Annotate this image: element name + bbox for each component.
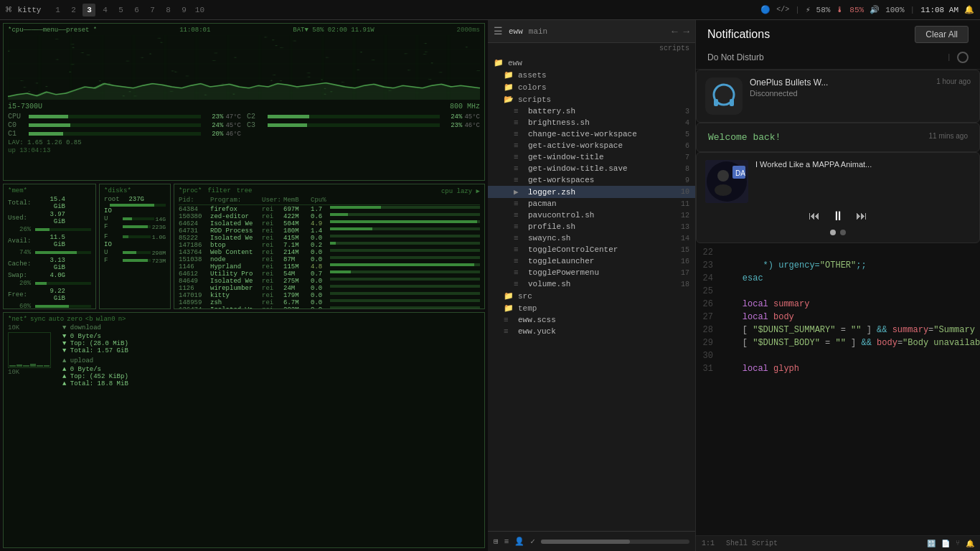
tree-item[interactable]: ≡togglePowermenu17	[488, 267, 695, 278]
tree-item[interactable]: ≡battery.sh3	[488, 105, 695, 117]
tree-item-label: swaync.sh	[528, 234, 570, 242]
tree-item[interactable]: 📁eww	[488, 57, 695, 69]
bottom-icon-check[interactable]: ✓	[530, 537, 535, 546]
file-icon: ≡	[514, 245, 524, 254]
proc-row[interactable]: 64384firefoxrei697M1.7	[179, 206, 480, 213]
tree-item[interactable]: ≡change-active-workspace5	[488, 128, 695, 140]
tree-item[interactable]: ▶logger.zsh10	[488, 186, 695, 198]
code-content: 2223 *) urgency="OTHER";;24 esac2526 loc…	[696, 243, 980, 535]
bottom-icon-user[interactable]: 👤	[514, 537, 524, 546]
tree-item[interactable]: 📁colors	[488, 81, 695, 93]
tree-item[interactable]: ≡get-workspaces9	[488, 174, 695, 186]
line-num: 6	[675, 142, 689, 150]
music-prev-button[interactable]: ⏮	[809, 209, 820, 223]
proc-row[interactable]: 136474Isolated Werei202M0.0	[179, 306, 480, 309]
cpu-timestamp: 11:08:01	[179, 27, 210, 34]
line-number: 27	[696, 311, 719, 324]
tree-item[interactable]: ≡brightness.sh4	[488, 117, 695, 128]
proc-row[interactable]: 148959zshrei6.7M0.0	[179, 299, 480, 306]
tree-item[interactable]: ≡profile.sh13	[488, 221, 695, 232]
filemgr-path-bar	[541, 540, 689, 544]
net-graph-area: 10K 10K	[8, 324, 51, 387]
bottom-icon-grid[interactable]: ⊞	[494, 537, 499, 546]
tree-item[interactable]: ≡swaync.sh14	[488, 232, 695, 244]
proc-row[interactable]: 64612Utility Prorei54M0.7	[179, 270, 480, 278]
tree-item[interactable]: ≡get-window-title.save8	[488, 163, 695, 174]
tree-item[interactable]: ≡eww.scss	[488, 314, 695, 326]
dnd-toggle[interactable]	[957, 52, 969, 63]
bell-icon: 🔔	[964, 5, 974, 14]
code-line: 24 esac	[696, 272, 980, 285]
filemgr-bottom: ⊞ ≡ 👤 ✓	[488, 531, 695, 551]
file-icon: ≡	[514, 164, 524, 173]
tree-item-label: brightness.sh	[528, 118, 590, 127]
scripts-column-label: scripts	[488, 43, 695, 54]
notif-title-row-headphone: OnePlus Bullets W... 1 hour ago	[750, 77, 971, 88]
tree-item[interactable]: 📁assets	[488, 69, 695, 81]
tree-item[interactable]: ≡pacman11	[488, 198, 695, 209]
music-art-svg: DA	[705, 160, 748, 203]
proc-row[interactable]: 1126wireplumberrei24M0.0	[179, 285, 480, 292]
proc-row[interactable]: 64624Isolated Werei504M4.9	[179, 220, 480, 227]
proc-row[interactable]: 85222Isolated Werei415M0.0	[179, 235, 480, 242]
proc-row[interactable]: 143764Web Contentrei214M0.0	[179, 249, 480, 256]
proc-row[interactable]: 1146Hyprlandrei115M4.8	[179, 263, 480, 270]
tree-item[interactable]: ≡volume.sh18	[488, 278, 695, 290]
line-number: 31	[696, 362, 719, 375]
proc-table-header: Pid: Program: User: MemB Cpu%	[179, 197, 480, 205]
proc-row[interactable]: 84649Isolated Werei275M0.0	[179, 278, 480, 285]
tab-10[interactable]: 10	[193, 4, 206, 17]
tree-item[interactable]: ≡eww.yuck	[488, 326, 695, 337]
tree-item[interactable]: 📁temp	[488, 302, 695, 314]
git-icon: ⑂	[956, 540, 960, 548]
nav-forward[interactable]: →	[684, 26, 689, 37]
tree-item-label: eww.yuck	[518, 327, 556, 336]
tree-item[interactable]: 📂scripts	[488, 93, 695, 105]
net-graph	[8, 332, 51, 368]
cpu-uptime: up 13:04:13	[8, 147, 480, 154]
progress-dot-2	[840, 230, 846, 235]
cpu-info-grid: CPU 23% 47°C C2 24% 45°C C0 24% 45°C	[8, 113, 480, 138]
proc-row[interactable]: 147186btoprei7.1M0.2	[179, 242, 480, 249]
tab-1[interactable]: 1	[51, 4, 64, 17]
bottom-icon-list[interactable]: ≡	[504, 537, 509, 546]
proc-row[interactable]: 147019kittyrei179M0.0	[179, 292, 480, 299]
tree-item[interactable]: 📁src	[488, 290, 695, 302]
file-icon: ≡	[514, 130, 524, 138]
tree-item[interactable]: ≡pavucontrol.sh12	[488, 209, 695, 221]
cpu-model-row: i5-7300U 800 MHz	[8, 103, 480, 110]
music-play-button[interactable]: ⏸	[831, 209, 844, 224]
proc-header-label: *proc* filter tree cpu lazy ▶	[179, 187, 480, 195]
tab-6[interactable]: 6	[130, 4, 143, 17]
music-next-button[interactable]: ⏭	[856, 209, 867, 223]
cpu-visual	[8, 35, 480, 100]
filemgr-tree[interactable]: 📁eww📁assets📁colors📂scripts≡battery.sh3≡b…	[488, 54, 695, 531]
tree-item[interactable]: ≡get-window-title7	[488, 151, 695, 163]
tree-item[interactable]: ≡toggleLauncher16	[488, 255, 695, 267]
tree-item[interactable]: ≡toggleControlCenter15	[488, 244, 695, 255]
tab-8[interactable]: 8	[161, 4, 174, 17]
tab-4[interactable]: 4	[98, 4, 111, 17]
right-panel: Notifications Clear All Do Not Disturb |	[696, 20, 980, 551]
notifications-section: Notifications Clear All Do Not Disturb |	[696, 20, 980, 243]
folder-icon: 📁	[504, 291, 514, 301]
tree-item-label: assets	[518, 71, 547, 80]
tree-item-label: pacman	[528, 199, 557, 208]
proc-row[interactable]: 64731RDD Processrei180M1.4	[179, 227, 480, 235]
mem-widget: *mem* Total:15.4 GiB Used:3.97 GiB 26% A…	[3, 184, 96, 309]
clear-all-button[interactable]: Clear All	[915, 26, 969, 43]
proc-row[interactable]: 150380zed-editorrei422M0.6	[179, 213, 480, 220]
tab-9[interactable]: 9	[177, 4, 190, 17]
format-icon: 📄	[941, 540, 950, 548]
tree-item-label: toggleLauncher	[528, 257, 594, 265]
tree-item[interactable]: ≡get-active-workspace6	[488, 140, 695, 151]
filemgr-menu-icon[interactable]: ☰	[494, 25, 503, 37]
line-content: *) urgency="OTHER";;	[719, 259, 980, 272]
tab-7[interactable]: 7	[146, 4, 159, 17]
tab-5[interactable]: 5	[114, 4, 127, 17]
cpu-model: i5-7300U	[8, 103, 42, 110]
tab-2[interactable]: 2	[67, 4, 80, 17]
tab-3[interactable]: 3	[83, 4, 95, 17]
proc-row[interactable]: 151038noderei87M0.0	[179, 256, 480, 263]
nav-back[interactable]: ←	[672, 26, 677, 37]
